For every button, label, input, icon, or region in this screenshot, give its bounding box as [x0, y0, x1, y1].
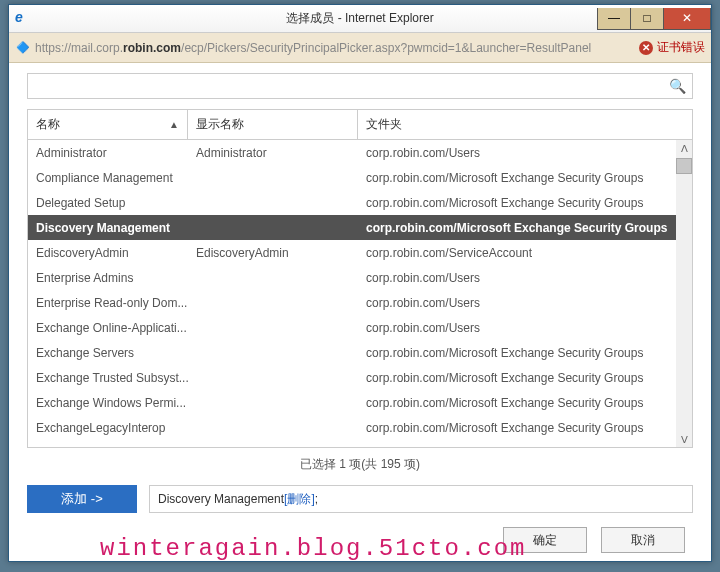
table-row[interactable]: Discovery Managementcorp.robin.com/Micro… — [28, 215, 692, 240]
cell-folder: corp.robin.com/Users — [358, 290, 692, 316]
cert-error[interactable]: ✕ 证书错误 — [639, 39, 705, 56]
cell-display — [188, 322, 358, 334]
cell-name: EdiscoveryAdmin — [28, 240, 188, 266]
col-display-label: 显示名称 — [196, 116, 244, 133]
cell-folder: corp.robin.com/Users — [358, 315, 692, 341]
search-icon[interactable]: 🔍 — [669, 78, 686, 94]
cancel-button[interactable]: 取消 — [601, 527, 685, 553]
selected-item-text: Discovery Management — [158, 492, 284, 506]
table-row[interactable]: Exchange Online-Applicati...corp.robin.c… — [28, 315, 692, 340]
table-row[interactable]: Exchange Trusted Subsyst...corp.robin.co… — [28, 365, 692, 390]
cell-display — [188, 197, 358, 209]
cell-display — [188, 172, 358, 184]
status-text: 已选择 1 项(共 195 项) — [27, 448, 693, 485]
table-row[interactable]: Delegated Setupcorp.robin.com/Microsoft … — [28, 190, 692, 215]
selected-members-box[interactable]: Discovery Management [删除]; — [149, 485, 693, 513]
close-button[interactable]: ✕ — [663, 8, 711, 30]
cell-folder: corp.robin.com/Microsoft Exchange Securi… — [358, 415, 692, 441]
cell-name: Enterprise Read-only Dom... — [28, 290, 188, 316]
members-table: 名称 ▲ 显示名称 文件夹 AdministratorAdministrator… — [27, 109, 693, 448]
table-header: 名称 ▲ 显示名称 文件夹 — [28, 110, 692, 140]
cell-display — [188, 297, 358, 309]
alert-icon: ✕ — [639, 41, 653, 55]
titlebar[interactable]: e 选择成员 - Internet Explorer — □ ✕ — [9, 5, 711, 33]
cell-folder: corp.robin.com/Users — [358, 140, 692, 166]
cell-name: Exchange Trusted Subsyst... — [28, 365, 188, 391]
col-name[interactable]: 名称 ▲ — [28, 110, 188, 139]
cell-display: Administrator — [188, 140, 358, 166]
col-name-label: 名称 — [36, 116, 60, 133]
window-controls: — □ ✕ — [598, 8, 711, 30]
minimize-button[interactable]: — — [597, 8, 631, 30]
url-text: https://mail.corp.robin.com/ecp/Pickers/… — [35, 41, 639, 55]
table-row[interactable]: Enterprise Adminscorp.robin.com/Users — [28, 265, 692, 290]
cell-name: Compliance Management — [28, 165, 188, 191]
cell-folder: corp.robin.com/Microsoft Exchange Securi… — [358, 165, 692, 191]
cell-folder: corp.robin.com/Microsoft Exchange Securi… — [358, 365, 692, 391]
maximize-button[interactable]: □ — [630, 8, 664, 30]
favicon-icon: 🔷 — [15, 40, 31, 56]
url-domain: robin.com — [123, 41, 181, 55]
table-row[interactable]: ExchangeLegacyInteropcorp.robin.com/Micr… — [28, 415, 692, 440]
cell-folder: corp.robin.com/Microsoft Exchange Securi… — [358, 390, 692, 416]
table-row[interactable]: EdiscoveryAdminEdiscoveryAdmincorp.robin… — [28, 240, 692, 265]
address-bar[interactable]: 🔷 https://mail.corp.robin.com/ecp/Picker… — [9, 33, 711, 63]
cell-display — [188, 222, 358, 234]
remove-link[interactable]: [删除] — [284, 491, 315, 508]
table-row[interactable]: AdministratorAdministratorcorp.robin.com… — [28, 140, 692, 165]
scroll-down-icon[interactable]: ᐯ — [676, 431, 692, 447]
cell-display — [188, 422, 358, 434]
cell-name: Exchange Windows Permi... — [28, 390, 188, 416]
cell-folder: corp.robin.com/ServiceAccount — [358, 240, 692, 266]
dialog-content: 🔍 名称 ▲ 显示名称 文件夹 AdministratorAdministrat… — [9, 63, 711, 561]
cell-name: Discovery Management — [28, 215, 188, 241]
cell-name: ExchangeLegacyInterop — [28, 415, 188, 441]
semicolon: ; — [315, 492, 318, 506]
cell-folder: corp.robin.com/Users — [358, 265, 692, 291]
col-folder[interactable]: 文件夹 — [358, 110, 692, 139]
cell-name: Enterprise Admins — [28, 265, 188, 291]
table-row[interactable]: Compliance Managementcorp.robin.com/Micr… — [28, 165, 692, 190]
cell-display — [188, 347, 358, 359]
cell-folder: corp.robin.com/Microsoft Exchange Securi… — [358, 215, 692, 241]
scroll-up-icon[interactable]: ᐱ — [676, 140, 692, 156]
cert-error-text: 证书错误 — [657, 39, 705, 56]
cell-name: Exchange Servers — [28, 340, 188, 366]
window-title: 选择成员 - Internet Explorer — [286, 10, 433, 27]
cell-display — [188, 372, 358, 384]
cell-folder: corp.robin.com/Microsoft Exchange Securi… — [358, 190, 692, 216]
cell-name: Administrator — [28, 140, 188, 166]
ok-button[interactable]: 确定 — [503, 527, 587, 553]
table-row[interactable]: Exchange Serverscorp.robin.com/Microsoft… — [28, 340, 692, 365]
scroll-thumb[interactable] — [676, 158, 692, 174]
add-button[interactable]: 添加 -> — [27, 485, 137, 513]
table-row[interactable]: Enterprise Read-only Dom...corp.robin.co… — [28, 290, 692, 315]
search-input[interactable]: 🔍 — [27, 73, 693, 99]
ie-icon: e — [15, 9, 35, 29]
cell-folder: corp.robin.com/Microsoft Exchange Securi… — [358, 340, 692, 366]
dialog-buttons: 确定 取消 — [27, 527, 693, 553]
add-row: 添加 -> Discovery Management [删除]; — [27, 485, 693, 513]
sort-asc-icon: ▲ — [169, 119, 179, 130]
cell-display — [188, 272, 358, 284]
col-display[interactable]: 显示名称 — [188, 110, 358, 139]
url-post: /ecp/Pickers/SecurityPrincipalPicker.asp… — [181, 41, 591, 55]
cell-display — [188, 397, 358, 409]
cell-name: Delegated Setup — [28, 190, 188, 216]
table-row[interactable]: Exchange Windows Permi...corp.robin.com/… — [28, 390, 692, 415]
cell-name: Exchange Online-Applicati... — [28, 315, 188, 341]
url-pre: https://mail.corp. — [35, 41, 123, 55]
cell-display: EdiscoveryAdmin — [188, 240, 358, 266]
scrollbar-track[interactable]: ᐱ ᐯ — [676, 140, 692, 447]
table-body: AdministratorAdministratorcorp.robin.com… — [28, 140, 692, 447]
ie-window: e 选择成员 - Internet Explorer — □ ✕ 🔷 https… — [8, 4, 712, 562]
col-folder-label: 文件夹 — [366, 116, 402, 133]
